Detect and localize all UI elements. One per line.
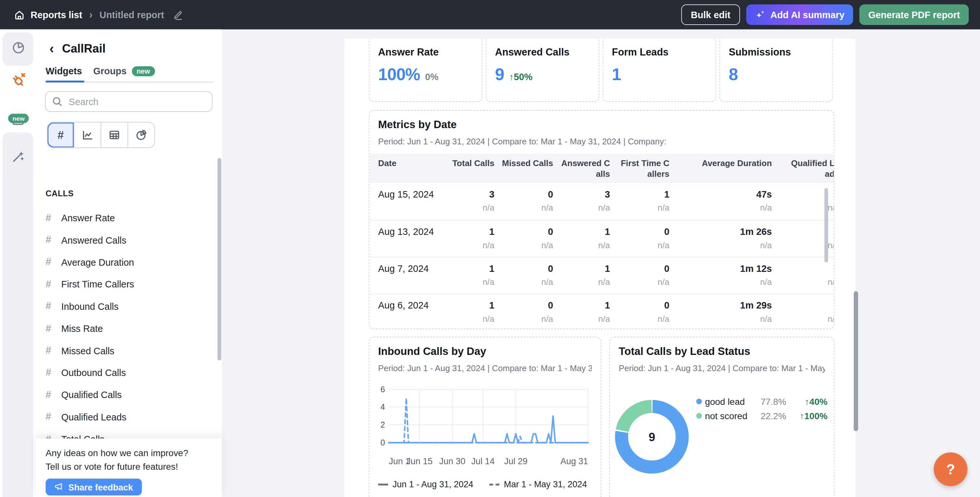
kpi-card[interactable]: Submissions8 xyxy=(719,39,833,102)
charts-row: Inbound Calls by Day Period: Jun 1 - Aug… xyxy=(369,337,834,497)
tab-widgets[interactable]: Widgets xyxy=(46,65,82,76)
table-column-header: Average Duration xyxy=(670,154,772,183)
kpi-card[interactable]: Answered Calls9↑50% xyxy=(486,39,600,102)
legend-label: Jun 1 - Aug 31, 2024 xyxy=(393,479,473,489)
widget-list-item[interactable]: #Outbound Calls xyxy=(46,362,205,384)
number-widget-icon: # xyxy=(46,212,54,224)
metrics-table-scroll-area[interactable]: DateTotal CallsMissed CallsAnswered Call… xyxy=(369,154,834,329)
table-column-header: First Time Callers xyxy=(610,154,670,183)
sidebar-scrollbar-thumb[interactable] xyxy=(217,158,221,360)
bulk-edit-button[interactable]: Bulk edit xyxy=(681,4,740,25)
search-box xyxy=(45,91,213,112)
widget-list-item[interactable]: #Answer Rate xyxy=(46,207,205,229)
sparkle-icon xyxy=(755,10,765,20)
kpi-card[interactable]: Form Leads1 xyxy=(603,39,716,102)
svg-text:0: 0 xyxy=(380,438,385,447)
number-widget-icon: # xyxy=(46,257,54,268)
number-widget-icon: # xyxy=(46,323,54,334)
table-cell: 1m 26sn/a xyxy=(670,220,772,257)
svg-text:6: 6 xyxy=(380,385,385,394)
table-row: Aug 15, 20243n/a0n/a3n/a1n/a47sn/a0n/a xyxy=(369,183,834,220)
number-widget-icon: # xyxy=(46,389,54,401)
table-cell: 1m 29sn/a xyxy=(670,294,772,329)
legend-label: not scored xyxy=(705,411,748,421)
widget-type-toggle: # xyxy=(47,122,155,148)
kpi-card[interactable]: Answer Rate100%0% xyxy=(369,39,482,102)
widget-list-item[interactable]: #Miss Rate xyxy=(46,317,205,339)
number-widget-icon: # xyxy=(46,345,54,356)
tab-groups[interactable]: Groups xyxy=(93,65,127,76)
widget-type-pie-chart[interactable] xyxy=(127,122,154,147)
widget-list-item-label: Answer Rate xyxy=(61,213,115,223)
table-cell: 0n/a xyxy=(610,220,670,257)
table-cell: 0n/a xyxy=(610,257,670,294)
home-icon[interactable] xyxy=(14,9,25,21)
metrics-by-date-widget[interactable]: Metrics by Date Period: Jun 1 - Aug 31, … xyxy=(369,110,834,329)
widget-list: #Answer Rate#Answered Calls#Average Dura… xyxy=(46,207,205,450)
widget-list-item[interactable]: #Qualified Calls xyxy=(46,384,205,406)
feedback-panel: Any ideas on how we can improve? Tell us… xyxy=(36,438,222,497)
table-column-header: Date xyxy=(369,154,447,183)
share-feedback-button[interactable]: Share feedback xyxy=(46,478,142,495)
add-ai-summary-button[interactable]: Add AI summary xyxy=(746,4,853,25)
table-scrollbar-thumb[interactable] xyxy=(824,188,828,262)
widget-list-item[interactable]: #Inbound Calls xyxy=(46,295,205,317)
number-widget-icon: # xyxy=(46,279,54,290)
widget-type-table[interactable] xyxy=(100,122,127,147)
kpi-value: 9 xyxy=(495,65,504,84)
table-cell: 0n/a xyxy=(494,294,553,329)
widget-type-number[interactable]: # xyxy=(48,122,74,147)
rail-group-bottom xyxy=(3,132,33,497)
kpi-value: 1 xyxy=(612,65,621,84)
generate-pdf-button[interactable]: Generate PDF report xyxy=(860,4,969,25)
table-cell: 1n/a xyxy=(447,220,494,257)
number-widget-icon: # xyxy=(46,411,54,423)
table-cell: 0n/a xyxy=(494,257,553,294)
integrations-plug-icon[interactable] xyxy=(9,71,27,92)
widget-list-item[interactable]: #Missed Calls xyxy=(46,339,205,361)
legend-label: Mar 1 - May 31, 2024 xyxy=(504,479,587,489)
magic-wand-icon[interactable] xyxy=(10,149,25,167)
table-row: Aug 6, 20241n/a0n/a1n/a0n/a1m 29sn/a0n/a xyxy=(369,294,834,329)
help-button[interactable]: ? xyxy=(934,452,967,486)
kpi-title: Answered Calls xyxy=(495,47,590,58)
active-tab-underline xyxy=(46,81,84,83)
charts-rail-icon[interactable] xyxy=(10,40,25,57)
legend-percent: 22.2% xyxy=(747,411,786,421)
line-series-solid xyxy=(389,416,588,443)
legend-change: ↑100% xyxy=(786,411,827,421)
widget-list-item-label: Missed Calls xyxy=(61,345,115,356)
svg-text:Jun 30: Jun 30 xyxy=(439,456,465,466)
number-widget-icon: # xyxy=(46,301,54,312)
widget-list-item[interactable]: #Average Duration xyxy=(46,251,205,273)
table-cell-date: Aug 7, 2024 xyxy=(369,257,447,294)
kpi-row: Answer Rate100%0%Answered Calls9↑50%Form… xyxy=(369,39,834,102)
widget-list-item[interactable]: #Qualified Leads xyxy=(46,406,205,428)
table-cell: 1n/a xyxy=(553,220,610,257)
left-icon-rail: new xyxy=(0,30,36,497)
kpi-title: Submissions xyxy=(729,47,824,58)
widget-list-item[interactable]: #Answered Calls xyxy=(46,229,205,251)
groups-new-badge: new xyxy=(132,66,155,76)
total-calls-by-lead-status-widget[interactable]: Total Calls by Lead Status Period: Jun 1… xyxy=(609,337,834,497)
table-column-header: Total Calls xyxy=(447,154,494,183)
widget-list-item[interactable]: #First Time Callers xyxy=(46,273,205,295)
back-chevron-icon[interactable]: ‹ xyxy=(49,43,54,55)
report-canvas: Answer Rate100%0%Answered Calls9↑50%Form… xyxy=(344,39,855,497)
table-cell: 1m 12sn/a xyxy=(670,257,772,294)
legend-change: ↑40% xyxy=(786,397,827,406)
topbar-actions: Bulk edit Add AI summary Generate PDF re… xyxy=(681,4,969,25)
table-cell: 0n/a xyxy=(494,183,553,220)
search-input[interactable] xyxy=(67,96,206,108)
page-scrollbar-thumb[interactable] xyxy=(854,291,858,431)
edit-report-name-icon[interactable] xyxy=(172,10,183,20)
table-row: Aug 7, 20241n/a0n/a1n/a0n/a1m 12sn/a0n/a xyxy=(369,257,834,294)
inbound-calls-by-day-widget[interactable]: Inbound Calls by Day Period: Jun 1 - Aug… xyxy=(369,337,601,497)
breadcrumb-reports-list[interactable]: Reports list xyxy=(30,10,82,20)
donut-legend-row: not scored22.2%↑100% xyxy=(696,409,827,423)
table-cell: 1n/a xyxy=(610,183,670,220)
svg-text:4: 4 xyxy=(380,402,385,411)
table-cell: 1n/a xyxy=(447,257,494,294)
table-cell: 0n/a xyxy=(772,257,834,294)
widget-type-line-chart[interactable] xyxy=(74,122,100,147)
